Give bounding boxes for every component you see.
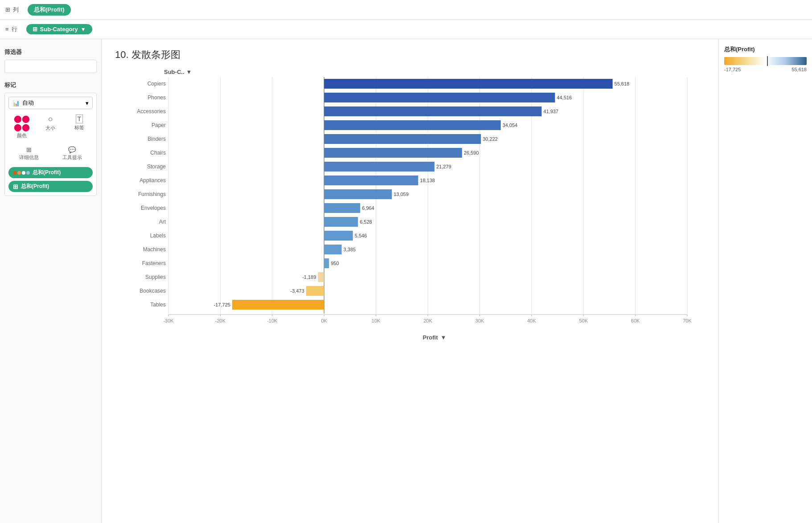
legend-min: -17,725 [724,67,741,72]
bar-label: Chairs [150,150,166,156]
bar-rect[interactable] [318,272,324,282]
x-tick-label: 70K [683,318,692,323]
color-bar-marker [767,56,768,66]
x-tick-label: 40K [527,318,536,323]
x-tick-label: -30K [163,318,174,323]
profit-filter-icon: ▼ [441,334,447,341]
bar-rect[interactable] [324,231,353,241]
size-icon: ○ [48,114,53,124]
x-tick-label: 10K [372,318,381,323]
profit-axis-label: Profit [423,334,438,341]
sub-cat-label: Sub-Category [40,26,78,33]
bar-chart-svg-container: Copiers55,618Phones44,516Accessories41,9… [115,77,705,331]
column-text: 列 [13,6,19,14]
x-tick-label: 60K [631,318,640,323]
bar-label: Supplies [145,274,166,280]
filter-box [4,60,97,73]
dot1 [13,171,16,175]
bar-label: Storage [147,163,166,170]
color-mark[interactable]: ⬤⬤⬤⬤ 颜色 [8,113,35,141]
bar-value: 26,590 [464,150,479,155]
bar-value: 6,964 [362,205,374,211]
bar-label: Phones [148,94,166,101]
sub-cat-filter-icon: ▼ [81,26,86,33]
bar-value: 30,222 [483,136,498,142]
bar-value: -3,473 [291,288,304,294]
legend-max: 55,618 [791,67,807,72]
bar-rect[interactable] [324,120,500,130]
label-label: 标签 [74,124,84,131]
profit-pill[interactable]: 总和(Profit) [28,4,71,16]
marks-title: 标记 [4,81,97,89]
bar-label: Paper [152,122,166,128]
bar-value: 55,618 [615,81,630,86]
x-axis-title: Profit ▼ [115,334,705,341]
legend2-label: 总和(Profit) [21,183,49,190]
bar-rect[interactable] [324,106,541,116]
bar-value: 3,385 [344,247,356,252]
subcategory-pill[interactable]: ⊞ Sub-Category ▼ [26,24,92,34]
tooltip-icon: 💬 [68,146,76,153]
bar-label: Art [159,219,166,225]
label-icon: T [76,114,83,123]
label-mark[interactable]: T 标签 [66,113,93,141]
bar-rect[interactable] [324,162,435,172]
bar-rect[interactable] [324,176,418,185]
chart-container: 10. 发散条形图 Sub-C.. ▼ Copiers55,618Phones4… [102,39,718,523]
filter-title: 筛选器 [4,48,97,56]
legend1-label: 总和(Profit) [33,169,61,176]
row-text: 行 [12,25,17,33]
row-icon: ≡ [5,26,9,33]
chart-title: 10. 发散条形图 [115,48,705,61]
bar-rect[interactable] [324,258,329,268]
bar-value: 18,138 [420,178,435,183]
column-shelf: ⊞ 列 总和(Profit) [0,0,812,20]
bar-rect[interactable] [324,79,612,89]
x-tick-label: 50K [579,318,588,323]
column-label: ⊞ 列 [5,6,19,14]
bar-value: 34,054 [503,123,518,128]
detail-icon: ⊞ [26,146,32,153]
dot3 [22,171,25,175]
marks-grid2: ⊞ 详细信息 💬 工具提示 [8,143,93,163]
bar-rect[interactable] [324,93,555,102]
legend-color-pill[interactable]: 总和(Profit) [8,167,93,178]
size-label: 大小 [45,125,55,131]
column-icon: ⊞ [5,6,10,13]
bar-rect[interactable] [324,189,392,199]
dropdown-arrow: ▾ [86,100,89,106]
size-mark[interactable]: ○ 大小 [37,113,64,141]
bar-value: -17,725 [214,302,230,307]
subcategory-column-header[interactable]: Sub-C.. ▼ [115,69,705,75]
dot4 [26,171,30,175]
bar-rect[interactable] [324,134,481,144]
bar-value: 6,528 [360,219,372,225]
bar-rect[interactable] [324,245,341,254]
legend-panel: 总和(Profit) -17,725 55,618 [718,39,812,523]
bar-chart: Copiers55,618Phones44,516Accessories41,9… [115,77,705,330]
marks-type-icon: 📊 [12,100,20,106]
marks-type-dropdown[interactable]: 📊 自动 ▾ [8,97,93,109]
bar-label: Tables [150,302,166,308]
size-dots-icon: ⊞ [13,183,18,190]
legend-panel-title: 总和(Profit) [724,45,807,53]
sidebar: 筛选器 标记 📊 自动 ▾ ⬤⬤⬤⬤ 颜色 ○ 大小 T 标签 [0,39,102,523]
bar-rect[interactable] [306,286,324,296]
bar-label: Accessories [137,108,166,114]
marks-grid: ⬤⬤⬤⬤ 颜色 ○ 大小 T 标签 [8,113,93,141]
x-tick-label: -10K [267,318,278,323]
detail-mark[interactable]: ⊞ 详细信息 [8,144,50,163]
x-tick-label: 0K [321,318,327,323]
bar-value: 950 [331,261,339,266]
bar-rect[interactable] [324,148,462,158]
bar-label: Labels [150,233,166,239]
bar-rect[interactable] [324,203,360,213]
marks-type-label: 自动 [22,99,34,107]
bar-rect[interactable] [324,217,358,227]
legend-size-pill[interactable]: ⊞ 总和(Profit) [8,181,93,192]
tooltip-mark[interactable]: 💬 工具提示 [52,144,93,163]
legend-color-dots [13,171,30,175]
x-tick-label: 20K [423,318,432,323]
bar-label: Bookcases [139,288,166,294]
bar-rect[interactable] [232,300,324,310]
